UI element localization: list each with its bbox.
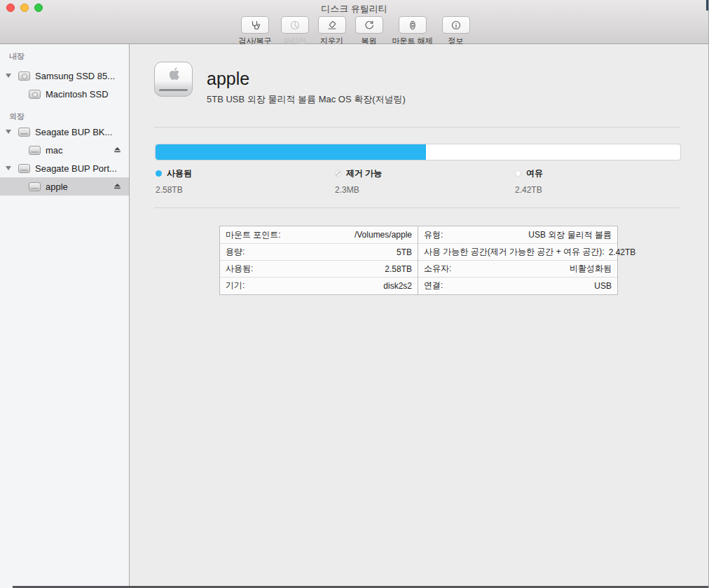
- legend-purgeable: 제거 가능 2.3MB: [335, 167, 382, 195]
- external-disk-icon: [18, 128, 30, 137]
- disk-utility-window: 디스크 유틸리티 검사/복구: [0, 0, 709, 588]
- partition-button: 파티션: [281, 16, 309, 46]
- erase-button[interactable]: 지우기: [318, 16, 346, 46]
- detail-value: 5TB: [397, 247, 412, 257]
- sidebar-item-apple[interactable]: apple: [0, 177, 129, 196]
- background-window-edge: [706, 0, 708, 11]
- volume-description: 5TB USB 외장 물리적 볼륨 Mac OS 확장(저널링): [207, 93, 406, 106]
- drive-slot: [159, 89, 188, 91]
- first-aid-icon: [241, 16, 269, 34]
- detail-value: /Volumes/apple: [354, 230, 412, 240]
- erase-icon: [318, 16, 346, 34]
- sidebar-item-seagate-bup-port[interactable]: Seagate BUP Port...: [0, 159, 129, 177]
- first-aid-button[interactable]: 검사/복구: [238, 16, 271, 46]
- table-row: 마운트 포인트: /Volumes/apple: [220, 226, 418, 243]
- window-chrome: 디스크 유틸리티 검사/복구: [0, 0, 708, 44]
- details-left-column: 마운트 포인트: /Volumes/apple 용량: 5TB 사용됨: 2.5…: [220, 226, 418, 294]
- usage-bar-used-segment: [156, 144, 426, 160]
- sidebar-item-label: Seagate BUP Port...: [35, 163, 117, 174]
- external-disk-icon: [29, 146, 41, 155]
- toolbar-button-label: 지우기: [320, 36, 343, 46]
- sidebar-item-samsung-ssd[interactable]: Samsung SSD 85...: [0, 67, 129, 85]
- sidebar-item-label: Seagate BUP BK...: [35, 127, 112, 137]
- restore-button[interactable]: 복원: [355, 16, 383, 46]
- sidebar-item-label: apple: [46, 182, 68, 192]
- eject-icon[interactable]: [113, 146, 121, 153]
- toolbar-button-label: 마운트 해제: [392, 36, 433, 46]
- toolbar-button-label: 검사/복구: [238, 36, 271, 46]
- sidebar-item-label: mac: [46, 145, 63, 156]
- table-row: 사용됨: 2.58TB: [220, 260, 418, 277]
- volume-icon: [154, 62, 193, 97]
- detail-label: 소유자:: [424, 263, 451, 275]
- sidebar: 내장 Samsung SSD 85... Macintosh SSD 외장 Se…: [0, 44, 130, 588]
- external-disk-icon: [29, 182, 41, 191]
- table-row: 연결: USB: [418, 277, 617, 294]
- legend-label: 사용됨: [167, 167, 192, 179]
- unmount-button[interactable]: 마운트 해제: [392, 16, 433, 46]
- toolbar: 검사/복구 파티션 지우기: [0, 16, 708, 46]
- detail-value: 비활성화됨: [570, 263, 612, 275]
- divider: [154, 207, 680, 208]
- toolbar-button-label: 복원: [362, 36, 377, 46]
- sidebar-gap: [0, 103, 129, 110]
- internal-disk-icon: [18, 71, 30, 81]
- table-row: 유형: USB 외장 물리적 볼륨: [418, 226, 617, 243]
- apple-logo-icon: [167, 67, 179, 81]
- detail-label: 용량:: [226, 246, 245, 258]
- detail-label: 유형:: [424, 229, 443, 241]
- sidebar-section-internal: 내장: [0, 50, 129, 62]
- table-row: 소유자: 비활성화됨: [418, 260, 617, 277]
- volume-name: apple: [207, 69, 249, 89]
- table-row: 기기: disk2s2: [220, 277, 418, 294]
- detail-value: USB: [594, 281, 612, 291]
- legend-used: 사용됨 2.58TB: [156, 167, 192, 195]
- info-icon: [442, 16, 470, 34]
- toolbar-button-label: 정보: [448, 36, 464, 46]
- detail-label: 연결:: [424, 280, 443, 292]
- internal-disk-icon: [29, 90, 41, 99]
- eject-icon[interactable]: [113, 182, 121, 190]
- partition-icon: [281, 16, 309, 34]
- purgeable-swatch-icon: [335, 170, 341, 177]
- legend-value: 2.42TB: [515, 185, 543, 195]
- sidebar-item-mac[interactable]: mac: [0, 141, 129, 159]
- detail-value: USB 외장 물리적 볼륨: [528, 229, 612, 241]
- window-title: 디스크 유틸리티: [0, 3, 708, 15]
- details-table: 마운트 포인트: /Volumes/apple 용량: 5TB 사용됨: 2.5…: [219, 226, 618, 295]
- toolbar-button-label: 파티션: [283, 36, 306, 46]
- detail-value: disk2s2: [383, 281, 412, 291]
- info-button[interactable]: 정보: [442, 16, 470, 46]
- detail-value: 2.42TB: [609, 247, 636, 257]
- sidebar-item-macintosh-ssd[interactable]: Macintosh SSD: [0, 85, 129, 103]
- sidebar-section-external: 외장: [0, 110, 129, 123]
- disclosure-triangle-icon[interactable]: [6, 74, 11, 78]
- detail-label: 기기:: [226, 280, 245, 292]
- disclosure-triangle-icon[interactable]: [6, 130, 11, 134]
- sidebar-item-label: Samsung SSD 85...: [35, 71, 115, 81]
- details-right-column: 유형: USB 외장 물리적 볼륨 사용 가능한 공간(제거 가능한 공간 + …: [418, 226, 617, 294]
- table-row: 사용 가능한 공간(제거 가능한 공간 + 여유 공간): 2.42TB: [418, 243, 617, 260]
- sidebar-item-label: Macintosh SSD: [46, 89, 109, 100]
- main-panel: apple 5TB USB 외장 물리적 볼륨 Mac OS 확장(저널링) 사…: [130, 44, 708, 588]
- legend-value: 2.3MB: [335, 185, 382, 195]
- free-swatch-icon: [515, 170, 521, 177]
- table-row: 용량: 5TB: [220, 243, 418, 260]
- legend-free: 여유 2.42TB: [515, 167, 543, 195]
- detail-label: 마운트 포인트:: [226, 229, 281, 241]
- unmount-icon: [399, 16, 427, 34]
- sidebar-item-seagate-bup-bk[interactable]: Seagate BUP BK...: [0, 123, 129, 141]
- legend-label: 여유: [526, 167, 543, 179]
- restore-icon: [355, 16, 383, 34]
- divider: [154, 127, 680, 128]
- disclosure-triangle-icon[interactable]: [6, 166, 11, 170]
- detail-value: 2.58TB: [385, 264, 412, 274]
- external-disk-icon: [18, 164, 30, 173]
- legend-label: 제거 가능: [346, 167, 382, 179]
- detail-label: 사용됨:: [226, 263, 253, 275]
- used-swatch-icon: [156, 170, 162, 177]
- legend-value: 2.58TB: [156, 185, 192, 195]
- detail-label: 사용 가능한 공간(제거 가능한 공간 + 여유 공간):: [424, 246, 605, 258]
- usage-bar: [155, 144, 681, 160]
